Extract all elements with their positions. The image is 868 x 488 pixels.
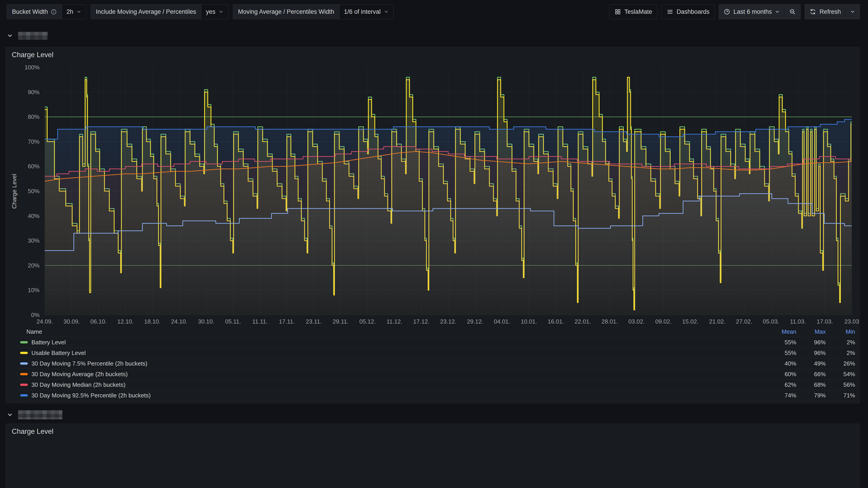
y-tick-label: 20%: [6, 262, 39, 269]
bucket-width-label-text: Bucket Width: [12, 8, 48, 15]
panel-title[interactable]: Charge Level: [12, 427, 53, 435]
y-tick-label: 80%: [6, 113, 39, 121]
bucket-width-value: 2h: [66, 8, 73, 15]
x-tick-label: 05.03.: [763, 318, 779, 325]
list-icon: [666, 8, 673, 15]
legend-max-value: 66%: [796, 371, 826, 378]
zoom-out-icon: [789, 8, 796, 15]
refresh-group: Refresh: [805, 4, 860, 19]
dashboards-button[interactable]: Dashboards: [661, 4, 715, 19]
legend-header-max[interactable]: Max: [796, 328, 826, 335]
y-tick-label: 0%: [6, 312, 39, 319]
x-tick-label: 10.01.: [521, 318, 537, 325]
x-tick-label: 29.12.: [467, 318, 483, 325]
row-title-redacted: [18, 32, 48, 39]
legend-series-toggle[interactable]: 30 Day Moving Median (2h buckets): [20, 381, 767, 388]
legend-series-toggle[interactable]: 30 Day Moving Average (2h buckets): [20, 371, 767, 378]
x-tick-label: 12.10.: [117, 318, 133, 325]
y-tick-label: 40%: [6, 213, 39, 220]
legend-series-name: 30 Day Moving 92.5% Percentile (2h bucke…: [31, 392, 151, 399]
legend-mean-value: 55%: [767, 339, 796, 346]
percentiles-width-label-text: Moving Average / Percentiles Width: [238, 8, 334, 15]
dashboard-row-toggle-2[interactable]: [7, 410, 62, 420]
variable-include-moving-average: Include Moving Average / Percentiles yes: [91, 4, 228, 19]
zoom-out-button[interactable]: [784, 4, 800, 19]
info-icon[interactable]: [51, 9, 57, 15]
charge-level-panel-2: Charge Level: [5, 424, 860, 488]
chevron-down-icon: [219, 9, 223, 14]
include-moving-average-select[interactable]: yes: [201, 4, 228, 19]
chevron-down-icon: [7, 33, 13, 39]
x-tick-label: 17.03.: [817, 318, 833, 325]
teslamate-button[interactable]: TeslaMate: [609, 4, 657, 19]
legend-mean-value: 55%: [767, 350, 796, 357]
y-tick-label: 100%: [6, 64, 39, 71]
refresh-interval-dropdown[interactable]: [845, 4, 860, 19]
legend-series-toggle[interactable]: 30 Day Moving 7.5% Percentile (2h bucket…: [20, 360, 767, 367]
apps-grid-icon: [614, 8, 621, 15]
y-tick-label: 90%: [6, 89, 39, 96]
series-color-swatch: [20, 341, 28, 344]
x-tick-label: 11.03.: [790, 318, 806, 325]
legend-mean-value: 40%: [767, 360, 796, 367]
x-tick-label: 24.10.: [171, 318, 187, 325]
variable-bucket-width: Bucket Width 2h: [7, 4, 86, 19]
x-tick-label: 16.01.: [548, 318, 564, 325]
chevron-down-icon: [384, 9, 389, 14]
legend-row-moving-median: 30 Day Moving Median (2h buckets) 62% 68…: [20, 380, 855, 390]
legend-header-mean[interactable]: Mean: [767, 328, 796, 335]
legend-series-name: 30 Day Moving Average (2h buckets): [31, 371, 128, 378]
legend-series-toggle[interactable]: Usable Battery Level: [20, 350, 767, 357]
bucket-width-label: Bucket Width: [7, 4, 62, 19]
x-tick-label: 30.10.: [198, 318, 214, 325]
y-tick-label: 70%: [6, 138, 39, 145]
legend-series-toggle[interactable]: Battery Level: [20, 339, 767, 346]
legend-series-toggle[interactable]: 30 Day Moving 92.5% Percentile (2h bucke…: [20, 392, 767, 399]
panel-title[interactable]: Charge Level: [12, 51, 53, 59]
include-moving-average-label: Include Moving Average / Percentiles: [91, 4, 201, 19]
legend-table: Name Mean Max Min Battery Level 55% 96% …: [20, 326, 855, 401]
x-tick-label: 15.02.: [682, 318, 699, 325]
charge-level-chart[interactable]: [45, 67, 852, 315]
x-tick-label: 23.11.: [306, 318, 322, 325]
percentiles-width-label: Moving Average / Percentiles Width: [233, 4, 339, 19]
bucket-width-select[interactable]: 2h: [62, 4, 86, 19]
legend-header-min[interactable]: Min: [826, 328, 855, 335]
refresh-button[interactable]: Refresh: [805, 4, 845, 19]
legend-row-usable-battery-level: Usable Battery Level 55% 96% 2%: [20, 348, 855, 358]
legend-min-value: 26%: [826, 360, 855, 367]
x-tick-label: 23.12.: [440, 318, 456, 325]
legend-mean-value: 62%: [767, 381, 796, 388]
x-tick-label: 23.03: [844, 318, 859, 325]
dashboard-row-toggle-1[interactable]: [7, 31, 48, 41]
dashboards-button-label: Dashboards: [677, 8, 710, 15]
x-tick-label: 11.12.: [386, 318, 402, 325]
chevron-down-icon: [76, 9, 81, 14]
legend-header-name[interactable]: Name: [20, 328, 767, 335]
time-range-label: Last 6 months: [734, 8, 772, 15]
x-tick-label: 03.02.: [628, 318, 645, 325]
chevron-down-icon: [775, 9, 780, 14]
x-tick-label: 09.02.: [655, 318, 672, 325]
time-picker-group: Last 6 months: [719, 4, 801, 19]
x-tick-label: 05.11.: [225, 318, 241, 325]
x-tick-label: 04.01.: [494, 318, 510, 325]
time-range-picker[interactable]: Last 6 months: [719, 4, 784, 19]
percentiles-width-select[interactable]: 1/6 of interval: [339, 4, 393, 19]
y-tick-label: 10%: [6, 287, 39, 294]
legend-row-percentile-92-5: 30 Day Moving 92.5% Percentile (2h bucke…: [20, 390, 855, 401]
legend-mean-value: 60%: [767, 371, 796, 378]
x-tick-label: 22.01.: [575, 318, 591, 325]
x-tick-label: 27.02.: [736, 318, 752, 325]
legend-series-name: Usable Battery Level: [31, 350, 86, 357]
dashboard-toolbar: Bucket Width 2h Include Moving Average /…: [0, 0, 868, 24]
x-tick-label: 29.11.: [333, 318, 348, 325]
series-color-swatch: [20, 373, 28, 375]
x-tick-label: 05.12.: [360, 318, 376, 325]
series-color-swatch: [20, 394, 28, 396]
x-tick-label: 28.01.: [601, 318, 618, 325]
legend-row-battery-level: Battery Level 55% 96% 2%: [20, 337, 855, 348]
legend-min-value: 56%: [826, 381, 855, 388]
chevron-down-icon: [7, 412, 13, 418]
y-tick-label: 30%: [6, 237, 39, 244]
